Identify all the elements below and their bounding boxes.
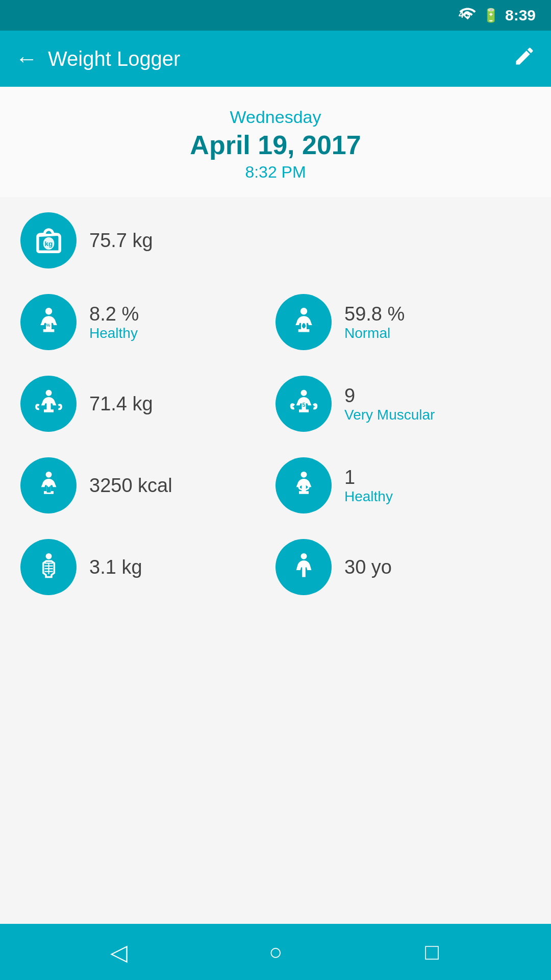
visceral-metric: 1 Healthy [276,457,531,513]
water-metric: 59.8 % Normal [276,294,531,350]
signal-icon: 4G [459,5,477,26]
content-area: kg 75.7 kg % 8.2 % Healthy [0,197,551,924]
svg-point-9 [45,471,52,477]
body-fat-value: 8.2 % [89,303,139,325]
age-icon-circle [276,539,332,595]
fatfree-text: 71.4 kg [89,393,153,415]
bone-text: 3.1 kg [89,556,142,578]
date-header: Wednesday April 19, 2017 8:32 PM [0,87,551,197]
nav-bar: ◁ ○ □ [0,924,551,980]
visceral-icon-circle [276,457,332,513]
nav-home-button[interactable]: ○ [258,934,293,970]
weight-value: 75.7 kg [89,230,153,252]
age-icon [287,551,320,584]
time-label: 8:32 PM [10,163,541,182]
weight-metric: kg 75.7 kg [20,212,531,268]
bone-metric: 3.1 kg [20,539,276,595]
water-text: 59.8 % Normal [344,303,405,341]
weight-icon-circle: kg [20,212,77,268]
nav-back-button[interactable]: ◁ [101,934,137,970]
calories-icon-circle [20,457,77,513]
bone-icon [32,551,65,584]
body-fat-text: 8.2 % Healthy [89,303,139,341]
water-icon [287,306,320,339]
muscular-text: 9 Very Muscular [344,385,435,423]
body-fat-label: Healthy [89,325,139,341]
svg-point-6 [45,389,52,396]
app-bar: ← Weight Logger [0,31,551,87]
status-bar: 4G 🔋 8:39 [0,0,551,31]
muscular-icon: 5 [287,387,320,421]
muscular-value: 9 [344,385,435,407]
calories-text: 3250 kcal [89,475,172,497]
calories-icon [32,469,65,502]
svg-point-15 [302,486,306,488]
svg-point-7 [300,389,307,396]
battery-icon: 🔋 [483,8,499,23]
water-value: 59.8 % [344,303,405,325]
visceral-value: 1 [344,467,393,488]
edit-button[interactable] [513,45,536,72]
fatfree-value: 71.4 kg [89,393,153,415]
svg-point-3 [45,308,52,315]
fatfree-muscular-row: 71.4 kg 5 9 Very Muscular [20,376,531,432]
water-label: Normal [344,325,405,341]
status-time: 8:39 [505,7,536,24]
muscular-label: Very Muscular [344,407,435,423]
age-value: 30 yo [344,556,392,578]
weekday-label: Wednesday [10,107,541,127]
bone-age-row: 3.1 kg 30 yo [20,539,531,595]
calories-metric: 3250 kcal [20,457,276,513]
weight-icon: kg [32,224,65,257]
calories-visceral-row: 3250 kcal 1 Healthy [20,457,531,513]
calories-value: 3250 kcal [89,475,172,497]
svg-point-16 [45,553,52,559]
svg-point-13 [300,471,307,477]
fatfree-icon-circle [20,376,77,432]
fat-water-row: % 8.2 % Healthy 59.8 % Normal [20,294,531,350]
svg-point-22 [300,553,307,559]
fatfree-metric: 71.4 kg [20,376,276,432]
age-text: 30 yo [344,556,392,578]
body-fat-icon: % [32,306,65,339]
water-icon-circle [276,294,332,350]
body-fat-metric: % 8.2 % Healthy [20,294,276,350]
back-button[interactable]: ← [15,46,38,71]
svg-text:kg: kg [44,240,53,248]
weight-text: 75.7 kg [89,230,153,252]
svg-text:5: 5 [302,401,305,407]
visceral-text: 1 Healthy [344,467,393,505]
fatfree-icon [32,387,65,421]
app-title: Weight Logger [48,47,513,70]
bone-icon-circle [20,539,77,595]
visceral-icon [287,469,320,502]
age-metric: 30 yo [276,539,531,595]
svg-point-5 [300,308,307,315]
body-fat-icon-circle: % [20,294,77,350]
bone-value: 3.1 kg [89,556,142,578]
muscular-icon-circle: 5 [276,376,332,432]
visceral-label: Healthy [344,488,393,505]
muscular-metric: 5 9 Very Muscular [276,376,531,432]
nav-recent-button[interactable]: □ [414,934,450,970]
svg-text:%: % [45,322,50,327]
date-label: April 19, 2017 [10,130,541,160]
